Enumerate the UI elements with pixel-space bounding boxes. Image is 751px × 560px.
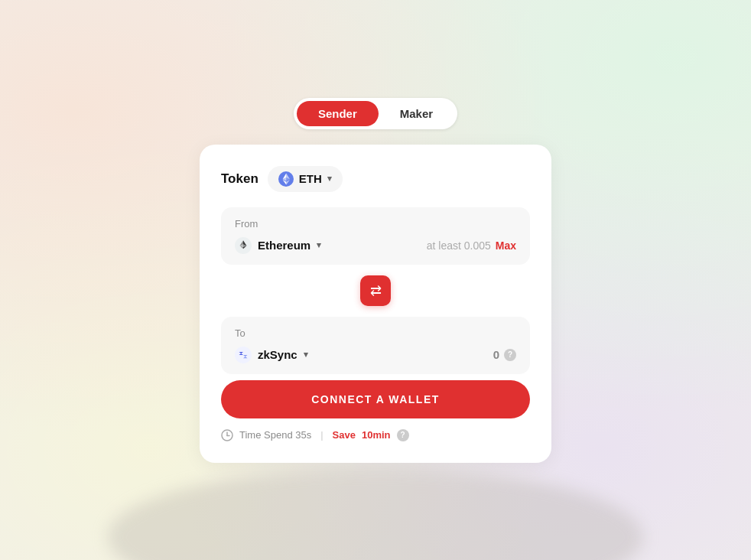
from-content: Ethereum ▾ at least 0.005 Max bbox=[235, 237, 516, 254]
main-container: Sender Maker Token bbox=[200, 98, 551, 463]
footer-separator: | bbox=[320, 429, 323, 441]
from-chain-name: Ethereum bbox=[258, 239, 310, 252]
from-section: From Ethereu bbox=[221, 207, 530, 265]
help-icon[interactable]: ? bbox=[504, 349, 516, 361]
footer-help-icon[interactable]: ? bbox=[397, 429, 409, 441]
to-amount-value: 0 bbox=[493, 348, 499, 361]
to-label: To bbox=[235, 327, 516, 339]
main-card: Token ETH ▾ bbox=[200, 145, 551, 463]
token-row: Token ETH ▾ bbox=[221, 166, 530, 192]
save-label: Save bbox=[333, 429, 356, 441]
token-chevron-icon: ▾ bbox=[327, 174, 332, 184]
from-chain-chevron-icon: ▾ bbox=[317, 240, 321, 250]
to-chain-chevron-icon: ▾ bbox=[304, 350, 308, 360]
footer-info: Time Spend 35s | Save 10min ? bbox=[221, 429, 530, 441]
swap-arrows-icon: ⇄ bbox=[370, 282, 382, 299]
time-value: 10min bbox=[362, 429, 391, 441]
from-amount-info: at least 0.005 Max bbox=[427, 239, 516, 252]
clock-icon bbox=[221, 429, 233, 441]
token-label: Token bbox=[221, 171, 258, 187]
tab-sender[interactable]: Sender bbox=[297, 101, 379, 126]
max-button[interactable]: Max bbox=[496, 239, 516, 252]
from-label: From bbox=[235, 218, 516, 230]
swap-direction-button[interactable]: ⇄ bbox=[360, 275, 391, 306]
time-spend-text: Time Spend 35s bbox=[239, 429, 311, 441]
to-chain-name: zkSync bbox=[258, 348, 297, 361]
tab-maker[interactable]: Maker bbox=[379, 101, 454, 126]
token-symbol: ETH bbox=[299, 172, 322, 185]
to-section: To zkSync ▾ 0 ? bbox=[221, 317, 530, 374]
ethereum-chain-icon bbox=[235, 237, 252, 254]
to-amount-container: 0 ? bbox=[493, 348, 516, 361]
from-chain-selector[interactable]: Ethereum ▾ bbox=[235, 237, 321, 254]
to-content: zkSync ▾ 0 ? bbox=[235, 347, 516, 363]
eth-icon bbox=[278, 171, 294, 187]
to-chain-selector[interactable]: zkSync ▾ bbox=[235, 347, 308, 363]
zksync-chain-icon bbox=[235, 347, 252, 363]
connect-wallet-button[interactable]: CONNECT A WALLET bbox=[221, 380, 530, 418]
token-selector-button[interactable]: ETH ▾ bbox=[268, 166, 343, 192]
amount-hint-text: at least 0.005 bbox=[427, 239, 491, 252]
tab-switcher: Sender Maker bbox=[294, 98, 457, 129]
swap-button-container: ⇄ bbox=[221, 275, 530, 306]
